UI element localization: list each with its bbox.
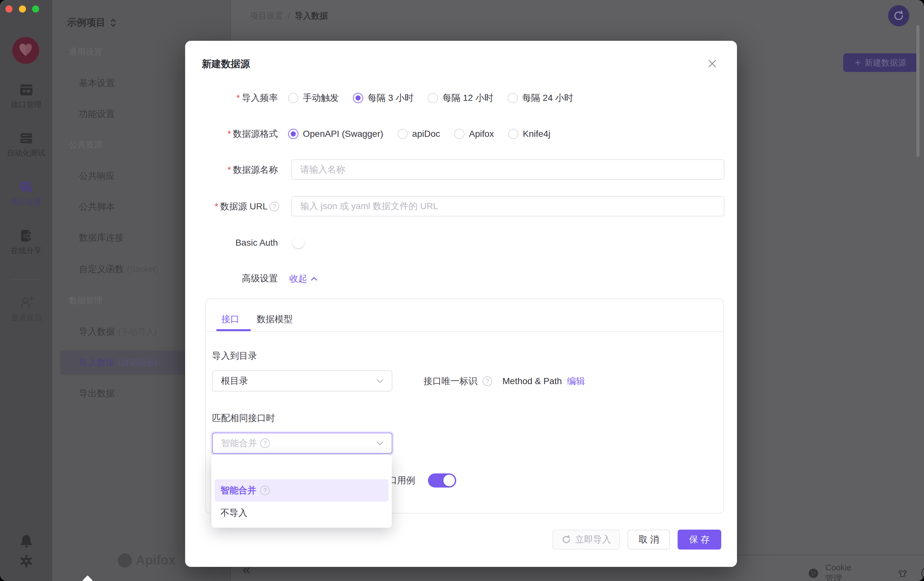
required-asterisk: *: [236, 93, 240, 103]
edit-link[interactable]: 编辑: [567, 375, 585, 387]
plus-icon: +: [855, 58, 861, 68]
refresh-icon: [893, 10, 904, 22]
bell-icon: [18, 533, 34, 549]
url-input[interactable]: [291, 196, 724, 217]
menu-item-feature-settings[interactable]: 功能设置: [79, 102, 115, 126]
option-help-icon: ?: [260, 486, 270, 495]
radio-option-manual[interactable]: 手动触发: [288, 92, 339, 104]
format-label: * 数据源格式: [228, 128, 278, 140]
radio-option-openapi[interactable]: OpenAPI (Swagger): [288, 129, 383, 139]
sidebar-item-label: 在线分享: [0, 245, 52, 256]
unique-id-label: 接口唯一标识: [424, 375, 477, 387]
menu-item-shared-scripts[interactable]: 公共脚本: [79, 195, 115, 219]
help-button[interactable]: ?: [921, 567, 924, 579]
theme-tshirt-icon[interactable]: [898, 567, 908, 580]
traffic-zoom-button[interactable]: [32, 5, 39, 13]
name-label: * 数据源名称: [228, 164, 278, 175]
radio-option-every-3h[interactable]: 每隔 3 小时: [353, 92, 414, 104]
online-share-icon: [18, 228, 34, 243]
url-help-icon[interactable]: ?: [269, 202, 279, 211]
statusbar: Cookie 管理 ?: [808, 563, 924, 581]
breadcrumb-separator: /: [288, 11, 290, 21]
chevron-down-icon: [376, 441, 383, 445]
radio-option-every-24h[interactable]: 每隔 24 小时: [508, 92, 573, 104]
required-asterisk: *: [228, 129, 231, 139]
menu-item-import-data-manual[interactable]: 导入数据(手动导入): [79, 319, 157, 344]
chevron-down-icon: [376, 379, 383, 383]
invite-members-button[interactable]: 邀请成员: [0, 295, 52, 323]
menu-item-custom-functions[interactable]: 自定义函数(Socket): [79, 257, 158, 281]
radio-icon: [454, 129, 465, 139]
import-now-button[interactable]: 立即导入: [553, 530, 620, 550]
radio-option-every-12h[interactable]: 每隔 12 小时: [428, 92, 493, 104]
name-input[interactable]: [291, 159, 724, 180]
sidebar-item-project-settings[interactable]: 项目设置: [0, 179, 52, 207]
required-asterisk: *: [214, 201, 218, 212]
breadcrumb: 项目设置 / 导入数据: [250, 10, 328, 22]
radio-icon: [508, 129, 518, 139]
match-select[interactable]: 智能合并 ?: [212, 433, 393, 454]
automated-testing-icon: [18, 131, 34, 146]
match-select-dropdown: 智能合并 ? 不导入: [211, 455, 392, 528]
unique-id-value: Method & Path: [502, 376, 562, 386]
sidebar-item-label: 自动化测试: [0, 148, 52, 158]
collapse-advanced-link[interactable]: 收起: [289, 273, 318, 285]
refresh-icon: [561, 535, 571, 545]
menu-item-import-data-auto-sync[interactable]: 导入数据(自动同步): [79, 350, 157, 375]
app-logo[interactable]: [12, 37, 39, 64]
url-label: * 数据源 URL ?: [214, 201, 279, 212]
rail-divider: [11, 280, 41, 280]
modal-footer: 立即导入 取 消 保 存: [553, 530, 721, 550]
traffic-minimize-button[interactable]: [19, 5, 26, 13]
tab-endpoints[interactable]: 接口: [221, 313, 239, 325]
project-title: 示例项目: [67, 16, 106, 29]
menu-item-basic-settings[interactable]: 基本设置: [79, 71, 115, 95]
import-directory-label: 导入到目录: [212, 350, 257, 362]
radio-option-knife4j[interactable]: Knife4j: [508, 129, 551, 139]
format-radio-group: OpenAPI (Swagger) apiDoc Apifox Knife4j: [288, 128, 550, 140]
sidebar-item-automated-testing[interactable]: 自动化测试: [0, 131, 52, 158]
sidebar-item-api-management[interactable]: 接口管理: [0, 82, 52, 110]
brand-name: Apifox: [136, 553, 175, 568]
modal-title: 新建数据源: [202, 58, 250, 71]
close-icon[interactable]: [708, 59, 717, 68]
sync-floating-button[interactable]: [888, 5, 909, 26]
traffic-close-button[interactable]: [5, 5, 13, 13]
save-button[interactable]: 保 存: [678, 530, 721, 550]
dropdown-option-no-import[interactable]: 不导入: [214, 502, 389, 524]
sidebar-item-online-share[interactable]: 在线分享: [0, 228, 52, 256]
settings-button[interactable]: [18, 553, 34, 569]
radio-icon: [428, 93, 438, 103]
project-settings-icon: [18, 179, 34, 195]
cookie-icon[interactable]: [808, 567, 818, 580]
tab-data-models[interactable]: 数据模型: [257, 313, 293, 325]
menu-item-shared-responses[interactable]: 公共响应: [79, 164, 115, 188]
brand-watermark: Apifox: [118, 553, 175, 568]
unique-id-help-icon[interactable]: ?: [483, 376, 492, 386]
radio-option-apifox[interactable]: Apifox: [454, 129, 494, 139]
scrollbar-thumb[interactable]: [916, 25, 919, 157]
menu-section-general: 通用设置: [69, 45, 102, 58]
radio-option-apidoc[interactable]: apiDoc: [398, 129, 440, 139]
cancel-button[interactable]: 取 消: [627, 530, 670, 550]
project-switcher[interactable]: 示例项目: [67, 16, 117, 29]
notifications-button[interactable]: [18, 533, 34, 549]
dropdown-option-smart-merge[interactable]: 智能合并 ?: [214, 479, 389, 502]
sidebar-item-label: 接口管理: [0, 99, 52, 110]
breadcrumb-parent[interactable]: 项目设置: [250, 10, 283, 22]
frequency-radio-group: 手动触发 每隔 3 小时 每隔 12 小时 每隔 24 小时: [288, 92, 573, 104]
chevron-up-down-icon: [110, 18, 117, 28]
icon-rail: 接口管理 自动化测试 项目设置: [0, 0, 52, 581]
basic-auth-label: Basic Auth: [236, 237, 278, 248]
cookie-manager-label[interactable]: Cookie 管理: [825, 563, 860, 581]
radio-icon: [398, 129, 408, 139]
match-help-icon: ?: [260, 439, 270, 448]
directory-select[interactable]: 根目录: [212, 370, 393, 392]
menu-item-database-connections[interactable]: 数据库连接: [79, 225, 124, 250]
endpoint-case-toggle[interactable]: [428, 473, 456, 488]
match-label: 匹配相同接口时: [212, 412, 275, 424]
new-datasource-button[interactable]: + 新建数据源: [843, 53, 918, 72]
invite-member-icon: [18, 295, 34, 311]
tab-divider: [206, 331, 723, 332]
menu-item-export-data[interactable]: 导出数据: [79, 381, 115, 406]
